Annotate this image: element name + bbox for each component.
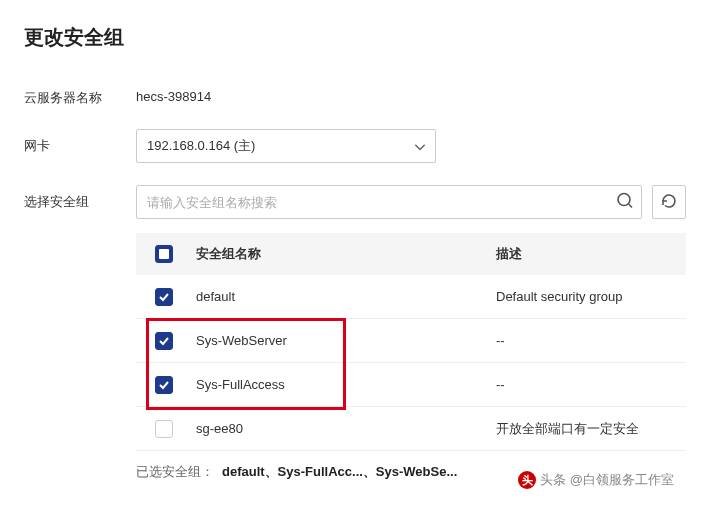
table-row[interactable]: default Default security group [136,275,686,319]
page-title: 更改安全组 [24,24,686,51]
header-desc: 描述 [492,245,686,263]
row-name: default [192,289,492,304]
row-checkbox[interactable] [155,420,173,438]
server-name-row: 云服务器名称 hecs-398914 [24,81,686,107]
svg-line-1 [629,204,633,208]
row-checkbox[interactable] [155,288,173,306]
svg-point-0 [618,194,630,206]
selected-items: default、Sys-FullAcc...、Sys-WebSe... [222,463,457,481]
row-desc: 开放全部端口有一定安全 [492,420,686,438]
watermark-text: 头条 @白领服务工作室 [540,471,674,489]
security-group-table: 安全组名称 描述 default Default security group [136,233,686,451]
nic-selected-value: 192.168.0.164 (主) [147,137,255,155]
select-sg-row: 选择安全组 [24,185,686,493]
table-header: 安全组名称 描述 [136,233,686,275]
select-all-checkbox[interactable] [155,245,173,263]
row-desc: -- [492,333,686,348]
server-name-label: 云服务器名称 [24,81,136,107]
nic-row: 网卡 192.168.0.164 (主) [24,129,686,163]
row-checkbox[interactable] [155,332,173,350]
search-input[interactable] [136,185,642,219]
table-row[interactable]: sg-ee80 开放全部端口有一定安全 [136,407,686,451]
row-name: Sys-FullAccess [192,377,492,392]
chevron-down-icon [415,139,425,154]
nic-label: 网卡 [24,129,136,155]
watermark: 头 头条 @白领服务工作室 [518,471,674,489]
refresh-button[interactable] [652,185,686,219]
selected-label: 已选安全组： [136,463,214,481]
row-name: sg-ee80 [192,421,492,436]
row-desc: Default security group [492,289,686,304]
table-row[interactable]: Sys-FullAccess -- [136,363,686,407]
header-name: 安全组名称 [192,245,492,263]
watermark-icon: 头 [518,471,536,489]
server-name-value: hecs-398914 [136,81,686,104]
refresh-icon [661,193,677,212]
table-row[interactable]: Sys-WebServer -- [136,319,686,363]
nic-select[interactable]: 192.168.0.164 (主) [136,129,436,163]
row-name: Sys-WebServer [192,333,492,348]
row-checkbox[interactable] [155,376,173,394]
select-sg-label: 选择安全组 [24,185,136,211]
search-icon[interactable] [616,192,634,213]
row-desc: -- [492,377,686,392]
